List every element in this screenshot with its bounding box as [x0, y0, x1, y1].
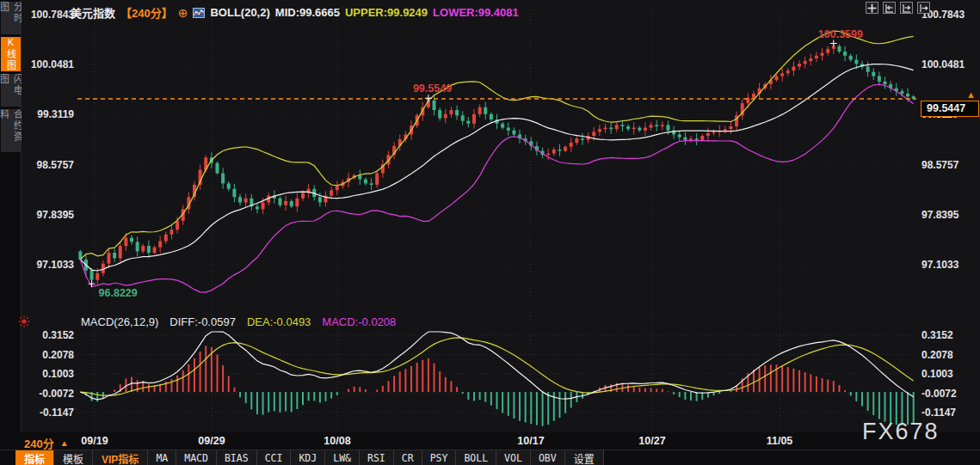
- y-axis-label: 100.0481: [921, 58, 965, 70]
- sidebar-tab-time-chart[interactable]: 分时图: [1, 2, 21, 34]
- chart-header: 美元指数 【240分】 ⊕ BOLL(20,2) MID:99.6665 UPP…: [71, 4, 519, 21]
- crosshair-move-icon[interactable]: [866, 2, 878, 14]
- macd-axis-label: 0.1003: [22, 368, 74, 380]
- sidebar-tab-contract-info[interactable]: 合约资料: [1, 109, 21, 152]
- x-axis-date: 09/29: [198, 435, 225, 447]
- fx678-watermark: FX678: [862, 419, 940, 445]
- macd-axis-label: -0.1147: [921, 407, 956, 419]
- price-flag-icon: ▲: [966, 89, 976, 100]
- macd-header: MACD(26,12,9) DIFF:-0.0597 DEA:-0.0493 M…: [81, 315, 396, 328]
- toolbar-boll-button[interactable]: BOLL: [456, 450, 496, 465]
- macd-axis-label: -0.1147: [22, 407, 74, 419]
- current-price-tag: 99.5447: [921, 101, 979, 117]
- chart-control-buttons: [866, 2, 930, 14]
- toolbar-lw-button[interactable]: LW&: [325, 450, 360, 465]
- sidebar-tab-flash-chart[interactable]: 闪电图: [1, 74, 21, 107]
- x-axis-date: 09/19: [81, 435, 108, 447]
- y-axis-label: 98.5757: [22, 159, 74, 171]
- macd-axis-label: 0.1003: [921, 368, 953, 380]
- high-price-annotation: 100.3599: [818, 28, 863, 40]
- toolbar-psy-button[interactable]: PSY: [422, 450, 457, 465]
- macd-value: MACD:-0.0208: [322, 315, 396, 328]
- macd-axis-label: 0.3152: [921, 329, 953, 341]
- toolbar-cr-button[interactable]: CR: [394, 450, 422, 465]
- x-axis-date: 10/17: [517, 435, 544, 447]
- toolbar-rsi-button[interactable]: RSI: [360, 450, 394, 465]
- toolbar-kdj-button[interactable]: KDJ: [291, 450, 325, 465]
- toolbar-vip-indicators-button[interactable]: VIP指标: [93, 450, 148, 465]
- boll-indicator-label: BOLL(20,2): [210, 6, 269, 19]
- toolbar-cci-button[interactable]: CCI: [257, 450, 292, 465]
- x-axis-date: 11/05: [767, 435, 793, 447]
- indicator-toolbar: 指标 模板 VIP指标 MA MACD BIAS CCI KDJ LW& RSI…: [0, 450, 980, 465]
- y-axis-label: 97.1033: [921, 259, 958, 271]
- boll-lower-value: LOWER:99.4081: [433, 6, 519, 19]
- period-badge: 【240分】: [120, 4, 173, 21]
- toolbar-settings-button[interactable]: 设置: [565, 450, 604, 465]
- x-axis-row: 240分 ▲ 09/19 09/29 10/08 10/17 10/27 11/…: [0, 432, 980, 450]
- remove-indicator-icon[interactable]: ⊕: [178, 6, 188, 20]
- macd-axis-label: 0.2078: [921, 349, 953, 361]
- price-macd-plot[interactable]: [22, 0, 980, 432]
- macd-dea-value: DEA:-0.0493: [247, 315, 311, 328]
- y-axis-label: 97.8395: [22, 209, 74, 221]
- toolbar-ma-button[interactable]: MA: [148, 450, 176, 465]
- symbol-name: 美元指数: [71, 4, 115, 21]
- compress-right-icon[interactable]: [900, 2, 913, 14]
- boll-mid-value: MID:99.6665: [275, 6, 340, 19]
- macd-axis-label: 0.2078: [22, 349, 74, 361]
- y-axis-label: 98.5757: [921, 159, 958, 171]
- y-axis-label: 99.3119: [22, 108, 74, 120]
- chevron-up-icon: ▲: [60, 438, 69, 448]
- x-axis-date: 10/08: [324, 435, 350, 447]
- toolbar-macd-button[interactable]: MACD: [176, 450, 217, 465]
- chart-thumbnail-icon: [193, 8, 205, 18]
- compress-left-icon[interactable]: [883, 2, 896, 14]
- sidebar-tab-kline-chart[interactable]: K线图: [1, 37, 21, 71]
- macd-axis-label: -0.0072: [22, 388, 74, 400]
- toolbar-template-button[interactable]: 模板: [54, 450, 93, 465]
- toolbar-obv-button[interactable]: OBV: [531, 450, 565, 465]
- high-price-annotation: 99.5549: [413, 83, 452, 95]
- alarm-icon[interactable]: [18, 315, 30, 327]
- macd-axis-label: 0.3152: [22, 329, 74, 341]
- y-axis-label: 97.8395: [921, 209, 958, 221]
- y-axis-label: 100.7843: [22, 9, 74, 21]
- x-axis-date: 10/27: [638, 435, 665, 447]
- low-price-annotation: 96.8229: [99, 287, 138, 299]
- pop-out-icon[interactable]: [917, 2, 930, 14]
- toolbar-bias-button[interactable]: BIAS: [217, 450, 257, 465]
- boll-upper-value: UPPER:99.9249: [345, 6, 428, 19]
- chart-canvas[interactable]: 美元指数 【240分】 ⊕ BOLL(20,2) MID:99.6665 UPP…: [22, 0, 980, 432]
- y-axis-label: 97.1033: [22, 259, 74, 271]
- y-axis-label: 100.0481: [22, 58, 74, 70]
- macd-indicator-label: MACD(26,12,9): [81, 315, 158, 328]
- toolbar-vol-button[interactable]: VOL: [496, 450, 531, 465]
- toolbar-indicators-button[interactable]: 指标: [15, 450, 54, 465]
- sidebar: 分时图 K线图 闪电图 合约资料: [0, 0, 22, 432]
- macd-diff-value: DIFF:-0.0597: [169, 315, 236, 328]
- macd-axis-label: -0.0072: [921, 388, 957, 400]
- trading-app-window: 分时图 K线图 闪电图 合约资料 美元指数 【240分】 ⊕ BOLL(20,2…: [0, 0, 980, 465]
